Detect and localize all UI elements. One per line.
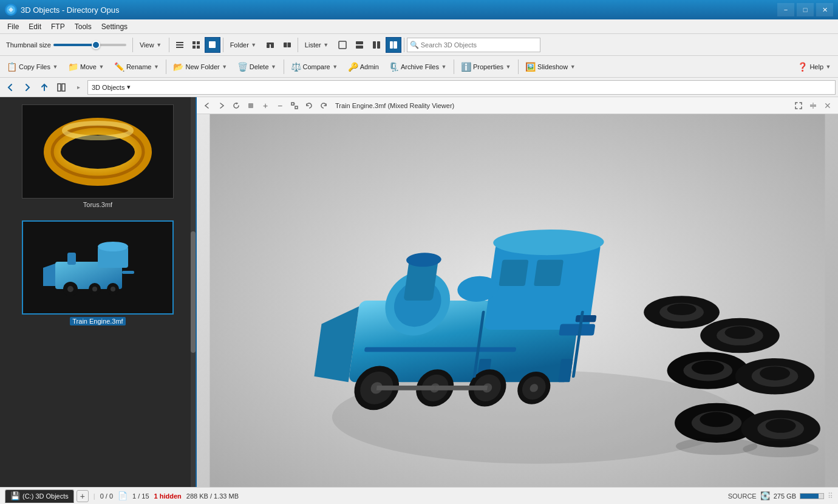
folder-split-button[interactable] [279, 37, 295, 53]
copy-dropdown-icon: ▼ [52, 64, 58, 70]
status-hidden: 1 hidden [154, 492, 182, 500]
compare-button[interactable]: ⚖️ Compare ▼ [287, 58, 342, 75]
viewer-content [197, 114, 838, 487]
view-button[interactable]: View ▼ [135, 36, 166, 53]
slideshow-button[interactable]: 🖼️ Slideshow ▼ [521, 58, 580, 75]
thumbnail-size-label: Thumbnail size [6, 41, 51, 49]
separator8 [454, 60, 454, 74]
svg-rect-6 [192, 46, 196, 49]
tab-item[interactable]: 💾 (C:) 3D Objects [5, 489, 74, 503]
viewer-zoom-fit-button[interactable] [288, 99, 301, 112]
status-file-icon: 📄 [118, 491, 128, 500]
delete-button[interactable]: 🗑️ Delete ▼ [233, 58, 281, 75]
lister-dual-vert-button[interactable] [369, 37, 384, 53]
viewer-rotate-left-button[interactable] [302, 99, 316, 112]
viewer-back-button[interactable] [200, 99, 214, 112]
viewer-refresh-button[interactable] [230, 99, 243, 112]
view-list-button[interactable] [172, 37, 188, 53]
rename-button[interactable]: ✏️ Rename ▼ [110, 58, 164, 75]
minimize-button[interactable]: − [777, 3, 794, 16]
copy-files-button[interactable]: 📋 Copy Files ▼ [2, 58, 63, 75]
view-thumbnail-button[interactable] [188, 37, 204, 53]
scrollbar-thumb [191, 231, 196, 353]
lister-button[interactable]: Lister ▼ [301, 36, 333, 53]
properties-icon: ℹ️ [461, 62, 471, 72]
svg-point-35 [111, 287, 115, 291]
train-preview [37, 228, 158, 307]
svg-marker-37 [43, 264, 55, 286]
status-resize-handle: ⠿ [828, 492, 833, 500]
menu-ftp[interactable]: FTP [46, 21, 70, 32]
viewer-fullscreen-button[interactable] [792, 99, 805, 112]
slider-track [53, 44, 97, 46]
lister-single-button[interactable] [335, 37, 350, 53]
svg-point-87 [692, 361, 724, 375]
menu-settings[interactable]: Settings [97, 21, 132, 32]
viewer-rotate-right-button[interactable] [317, 99, 330, 112]
forward-button[interactable] [19, 80, 35, 95]
separator5 [404, 38, 404, 52]
new-folder-button[interactable]: 📂 New Folder ▼ [169, 58, 231, 75]
panel-scrollbar[interactable] [191, 97, 196, 487]
window-title: 3D Objects - Directory Opus [21, 5, 777, 15]
svg-rect-20 [393, 41, 397, 49]
list-item[interactable]: Train Engine.3mf [5, 218, 191, 328]
svg-rect-55 [559, 324, 595, 335]
svg-point-31 [67, 286, 73, 292]
location-bar[interactable]: 3D Objects ▾ [87, 80, 836, 95]
view-large-thumb-button[interactable] [205, 37, 220, 53]
svg-rect-16 [356, 46, 363, 49]
tab-area: 💾 (C:) 3D Objects + [5, 489, 89, 503]
tree-toggle-button[interactable] [53, 80, 69, 95]
help-icon: ❓ [797, 62, 808, 72]
add-tab-button[interactable]: + [77, 490, 89, 502]
svg-point-96 [766, 419, 796, 433]
torus-filename: Torus.3mf [83, 201, 112, 208]
archive-files-button[interactable]: 🗜️ Archive Files ▼ [384, 58, 451, 75]
folder-button[interactable]: Folder ▼ [226, 36, 261, 53]
thumbnail-slider[interactable] [53, 44, 126, 46]
svg-rect-4 [192, 41, 196, 44]
svg-rect-1 [176, 42, 183, 43]
svg-rect-7 [197, 46, 200, 49]
svg-rect-60 [534, 260, 564, 286]
menu-edit[interactable]: Edit [24, 21, 46, 32]
location-history-button[interactable]: ▸ [70, 80, 86, 95]
file-list: Torus.3mf [0, 97, 196, 487]
menu-tools[interactable]: Tools [70, 21, 97, 32]
torus-preview [37, 112, 158, 191]
lister-viewer-button[interactable] [386, 37, 401, 53]
move-button[interactable]: 📁 Move ▼ [64, 58, 109, 75]
search-box[interactable]: 🔍 [407, 38, 540, 52]
maximize-button[interactable]: □ [797, 3, 814, 16]
svg-point-97 [676, 437, 757, 455]
viewer-panel-toggle-button[interactable] [806, 99, 820, 112]
search-input[interactable] [421, 41, 537, 49]
close-button[interactable]: ✕ [816, 3, 833, 16]
properties-button[interactable]: ℹ️ Properties ▼ [457, 58, 516, 75]
thumbnail-train [22, 220, 174, 315]
viewer-close-button[interactable]: ✕ [821, 99, 834, 112]
separator [132, 38, 133, 52]
menu-file[interactable]: File [2, 21, 24, 32]
location-dropdown-icon[interactable]: ▾ [127, 83, 131, 91]
viewer-stop-button[interactable] [244, 99, 257, 112]
viewer-forward-button[interactable] [215, 99, 228, 112]
main-content: Torus.3mf [0, 97, 838, 487]
up-button[interactable] [36, 80, 52, 95]
list-item[interactable]: Torus.3mf [5, 102, 191, 211]
viewer-zoom-in-button[interactable]: + [259, 99, 272, 112]
help-button[interactable]: ❓ Help ▼ [793, 58, 836, 75]
lister-dual-horiz-button[interactable] [352, 37, 367, 53]
svg-rect-22 [62, 84, 65, 91]
svg-rect-40 [295, 106, 298, 109]
svg-rect-59 [499, 260, 528, 286]
admin-button[interactable]: 🔑 Admin [344, 58, 383, 75]
copy-icon: 📋 [7, 62, 17, 72]
svg-rect-19 [390, 41, 393, 49]
viewer-zoom-out-button[interactable]: − [273, 99, 287, 112]
status-drive-size: 275 GB [774, 492, 796, 500]
folder-up-button[interactable] [262, 37, 278, 53]
back-button[interactable] [2, 80, 18, 95]
window-controls: − □ ✕ [777, 3, 833, 16]
